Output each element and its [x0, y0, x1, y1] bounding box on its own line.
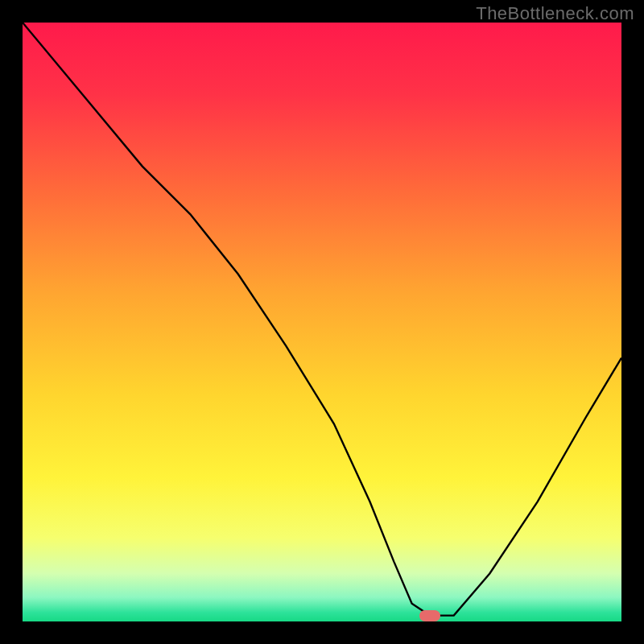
- chart-frame: TheBottleneck.com: [0, 0, 644, 644]
- bottleneck-curve: [23, 23, 621, 621]
- minimum-marker: [419, 610, 440, 621]
- plot-area: [23, 23, 621, 621]
- watermark-text: TheBottleneck.com: [476, 3, 634, 24]
